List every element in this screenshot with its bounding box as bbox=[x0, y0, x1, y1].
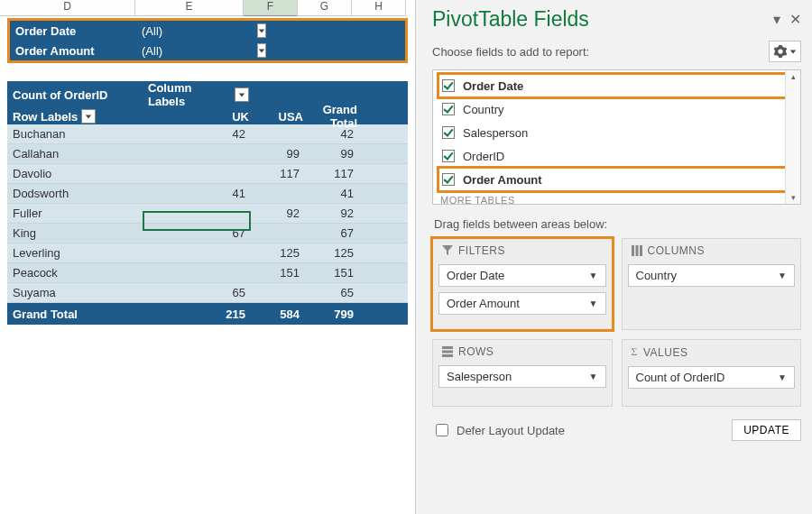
columns-icon bbox=[632, 245, 642, 256]
rows-icon bbox=[442, 346, 453, 357]
cell-value: 125 bbox=[254, 246, 309, 260]
cell-value: 92 bbox=[254, 207, 309, 220]
column-header[interactable]: G bbox=[298, 0, 352, 16]
minimize-icon[interactable]: ▾ bbox=[773, 11, 780, 28]
table-row[interactable]: Fuller 92 92 bbox=[7, 204, 408, 224]
table-row[interactable]: Leverling 125 125 bbox=[7, 243, 408, 263]
table-row[interactable]: Suyama 65 65 bbox=[7, 283, 408, 303]
field-item[interactable]: Order Date bbox=[438, 74, 795, 97]
cell-value: 67 bbox=[143, 226, 254, 240]
column-header[interactable]: D bbox=[0, 0, 135, 16]
area-field-chip[interactable]: Count of OrderID▼ bbox=[628, 366, 796, 389]
row-label: King bbox=[7, 226, 143, 240]
cell-value: 117 bbox=[254, 167, 309, 180]
scroll-down-icon[interactable]: ▾ bbox=[791, 191, 796, 204]
field-checkbox[interactable] bbox=[442, 103, 455, 115]
report-filter-area: Order Date (All) Order Amount (All) bbox=[7, 18, 408, 63]
chevron-down-icon[interactable]: ▼ bbox=[589, 271, 598, 280]
grand-total-label: Grand Total bbox=[7, 307, 143, 321]
report-filter-row: Order Date (All) bbox=[10, 21, 405, 41]
chip-label: Country bbox=[636, 269, 678, 282]
chevron-down-icon[interactable]: ▼ bbox=[589, 298, 598, 308]
field-checkbox[interactable] bbox=[442, 173, 455, 186]
tools-dropdown[interactable] bbox=[769, 41, 801, 62]
column-header[interactable]: E bbox=[135, 0, 244, 16]
filter-dropdown[interactable] bbox=[257, 43, 266, 58]
chip-label: Salesperson bbox=[447, 370, 512, 383]
row-labels-dropdown[interactable] bbox=[81, 109, 96, 124]
row-total: 67 bbox=[309, 226, 363, 240]
filters-area[interactable]: FILTERS Order Date▼Order Amount▼ bbox=[432, 238, 613, 330]
column-total: 215 bbox=[143, 307, 254, 321]
field-label: Country bbox=[463, 103, 504, 116]
table-row[interactable]: Buchanan 42 42 bbox=[7, 124, 408, 144]
chevron-down-icon[interactable]: ▼ bbox=[589, 372, 598, 381]
area-field-chip[interactable]: Order Date▼ bbox=[438, 264, 606, 287]
cell-value: 99 bbox=[254, 147, 309, 161]
field-label: Order Date bbox=[463, 79, 523, 93]
defer-layout-checkbox[interactable]: Defer Layout Update bbox=[432, 421, 565, 439]
chevron-down-icon[interactable]: ▼ bbox=[778, 271, 787, 280]
row-total: 117 bbox=[309, 167, 363, 180]
column-labels-dropdown[interactable] bbox=[235, 87, 249, 102]
sigma-icon: Σ bbox=[632, 345, 638, 359]
field-item[interactable]: Salesperson bbox=[438, 121, 795, 144]
column-header[interactable]: H bbox=[352, 0, 406, 16]
chip-label: Order Date bbox=[447, 269, 504, 282]
table-row[interactable]: Dodsworth 41 41 bbox=[7, 184, 408, 204]
update-button[interactable]: UPDATE bbox=[732, 419, 801, 441]
table-row[interactable]: Peacock 151 151 bbox=[7, 263, 408, 283]
data-field-label: Count of OrderID bbox=[7, 88, 143, 102]
chevron-down-icon[interactable]: ▼ bbox=[778, 372, 787, 382]
rows-area-title: ROWS bbox=[458, 345, 494, 358]
filter-dropdown[interactable] bbox=[257, 23, 266, 38]
row-total: 125 bbox=[309, 246, 363, 260]
worksheet[interactable]: DEFGH Order Date (All) Order Amount (All… bbox=[0, 0, 415, 514]
field-item[interactable]: Country bbox=[438, 97, 795, 121]
values-area-title: VALUES bbox=[643, 346, 687, 359]
field-item[interactable]: Order Amount bbox=[438, 168, 795, 191]
scrollbar[interactable]: ▴ ▾ bbox=[785, 70, 800, 204]
row-label: Leverling bbox=[7, 246, 143, 260]
column-header-val: UK bbox=[143, 110, 254, 124]
filters-area-title: FILTERS bbox=[458, 244, 505, 257]
table-row[interactable]: King 67 67 bbox=[7, 224, 408, 243]
cell-value: 65 bbox=[143, 286, 254, 299]
row-label: Fuller bbox=[7, 207, 143, 220]
area-field-chip[interactable]: Salesperson▼ bbox=[438, 365, 606, 388]
row-total: 151 bbox=[309, 266, 363, 280]
field-item[interactable]: OrderID bbox=[438, 144, 795, 168]
filter-label: Order Amount bbox=[10, 44, 136, 58]
scroll-up-icon[interactable]: ▴ bbox=[791, 70, 796, 83]
area-field-chip[interactable]: Order Amount▼ bbox=[438, 292, 606, 315]
column-headers: DEFGH bbox=[0, 0, 415, 16]
column-total: 584 bbox=[254, 307, 309, 321]
table-row[interactable]: Callahan 99 99 bbox=[7, 144, 408, 164]
values-area[interactable]: Σ VALUES Count of OrderID▼ bbox=[622, 339, 802, 407]
field-list[interactable]: Order Date Country Salesperson OrderID O… bbox=[432, 69, 801, 205]
table-row[interactable]: Davolio 117 117 bbox=[7, 164, 408, 184]
field-checkbox[interactable] bbox=[442, 150, 455, 162]
field-label: OrderID bbox=[463, 150, 504, 163]
chip-label: Order Amount bbox=[447, 297, 520, 310]
rows-area[interactable]: ROWS Salesperson▼ bbox=[432, 339, 613, 407]
column-labels-label: Column Labels bbox=[148, 81, 229, 108]
close-icon[interactable]: ✕ bbox=[789, 11, 801, 28]
row-total: 65 bbox=[309, 286, 363, 299]
filter-label: Order Date bbox=[10, 24, 136, 38]
grand-total-value: 799 bbox=[309, 307, 363, 321]
row-label: Davolio bbox=[7, 167, 143, 180]
grand-total-header: Grand Total bbox=[309, 103, 363, 130]
field-checkbox[interactable] bbox=[442, 79, 455, 92]
column-header[interactable]: F bbox=[244, 0, 298, 16]
columns-area[interactable]: COLUMNS Country▼ bbox=[622, 238, 802, 330]
drag-hint: Drag fields between areas below: bbox=[434, 217, 801, 231]
chip-label: Count of OrderID bbox=[636, 371, 725, 384]
row-label: Buchanan bbox=[7, 127, 143, 141]
pivot-table: Count of OrderID Column Labels Row Label… bbox=[7, 81, 408, 325]
field-checkbox[interactable] bbox=[442, 126, 455, 139]
row-total: 99 bbox=[309, 147, 363, 161]
area-field-chip[interactable]: Country▼ bbox=[628, 264, 796, 287]
more-tables[interactable]: MORE TABLES bbox=[438, 195, 795, 205]
row-label: Suyama bbox=[7, 286, 143, 299]
